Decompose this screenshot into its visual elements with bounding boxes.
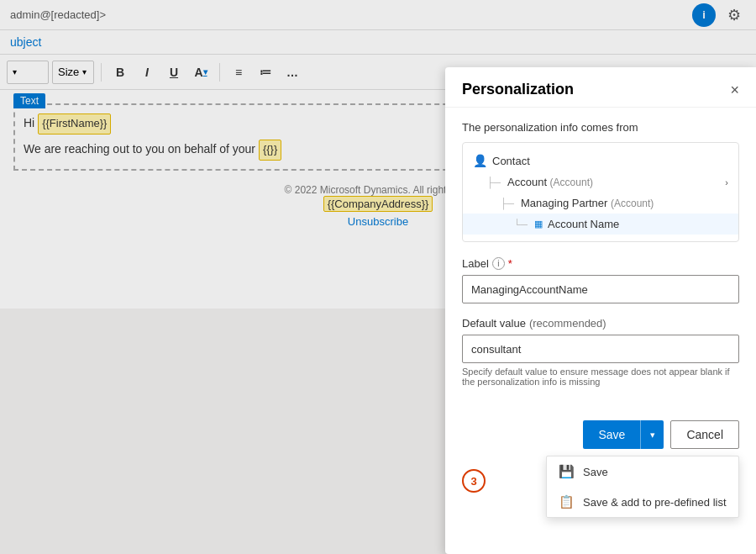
tree-item-account[interactable]: ├─ Account (Account) › [463,171,738,193]
default-value-label: Default value (recommended) [462,317,739,330]
panel-header: Personalization × [445,67,756,108]
label-field-label: Label i * [462,257,739,270]
panel-button-row: Save ▾ Cancel 💾 Save 📋 Save & add to pre… [445,420,756,449]
chevron-right-icon: › [725,177,728,187]
label-input[interactable] [462,275,739,303]
tree-label-account: Account (Account) [507,176,720,188]
dropdown-save-item[interactable]: 💾 Save [547,456,738,487]
tree-connector-account: ├─ [486,177,501,188]
dropdown-save-predefined-item[interactable]: 📋 Save & add to pre-defined list [547,487,738,517]
label-info-icon[interactable]: i [492,257,505,270]
tree-item-managing-partner[interactable]: ├─ Managing Partner (Account) [463,193,738,214]
tree-connector-an: └─ [513,219,528,230]
badge-number: 3 [462,469,486,493]
tree-connector-mp: ├─ [500,198,514,209]
label-field-row: Label i * [462,257,739,303]
default-value-field-row: Default value (recommended) Specify defa… [462,317,739,387]
required-asterisk: * [508,257,512,270]
personalization-tree: 👤 Contact ├─ Account (Account) › ├─ Mana… [462,142,739,242]
save-button-group: Save ▾ [583,420,664,449]
save-button[interactable]: Save [583,420,640,449]
list-save-icon: 📋 [559,494,575,509]
field-icon: ▦ [534,219,543,230]
save-dropdown-button[interactable]: ▾ [640,420,664,449]
tree-label-managing-partner: Managing Partner (Account) [521,197,728,209]
tree-item-contact[interactable]: 👤 Contact [463,150,738,171]
personalization-panel: Personalization × The personalization in… [445,67,756,554]
default-value-input[interactable] [462,335,739,363]
tree-item-account-name[interactable]: └─ ▦ Account Name [463,214,738,235]
save-icon: 💾 [559,464,575,479]
person-icon: 👤 [473,154,487,167]
default-value-hint: Specify default value to ensure message … [462,367,739,387]
tree-label-account-name: Account Name [548,218,728,230]
panel-section-label: The personalization info comes from [462,121,739,134]
chevron-down-icon: ▾ [650,430,655,441]
cancel-button[interactable]: Cancel [670,420,739,449]
panel-body: The personalization info comes from 👤 Co… [445,108,756,414]
panel-title: Personalization [462,81,574,98]
tree-label-contact: Contact [492,155,728,167]
panel-close-button[interactable]: × [730,82,739,98]
save-dropdown-menu: 💾 Save 📋 Save & add to pre-defined list [546,456,739,518]
